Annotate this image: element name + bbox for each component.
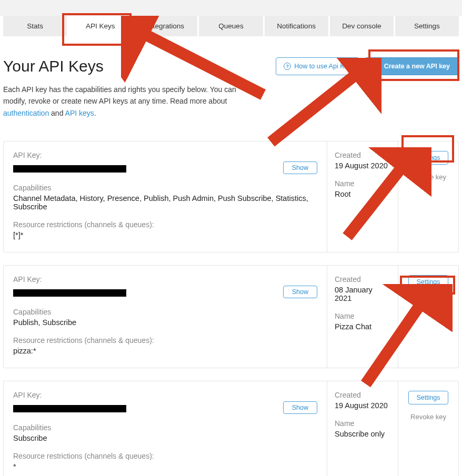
created-value: 19 August 2020 xyxy=(335,401,390,410)
capabilities-value: Subscribe xyxy=(13,434,317,442)
page-title: Your API Keys xyxy=(3,57,104,75)
api-key-value-redacted xyxy=(13,405,126,412)
key-settings-button[interactable]: Settings xyxy=(408,275,448,289)
created-label: Created xyxy=(335,391,390,399)
api-key-card: API Key: Show Capabilities Channel Metad… xyxy=(3,141,459,252)
show-key-button[interactable]: Show xyxy=(283,286,317,298)
restrictions-value: pizza:* xyxy=(13,347,317,355)
tab-api-keys[interactable]: API Keys xyxy=(68,16,132,36)
capabilities-label: Capabilities xyxy=(13,423,317,432)
create-api-key-label: Create a new API key xyxy=(384,63,450,70)
name-value: Subscribe only xyxy=(335,430,390,438)
api-key-card: API Key: Show Capabilities Publish, Subs… xyxy=(3,265,459,368)
tab-integrations[interactable]: Integrations xyxy=(134,16,197,36)
name-value: Pizza Chat xyxy=(335,322,390,331)
api-key-value-redacted xyxy=(13,289,126,297)
key-settings-button[interactable]: Settings xyxy=(408,151,448,165)
name-label: Name xyxy=(335,419,390,428)
how-to-use-label: How to use Api Key xyxy=(294,63,351,70)
tab-notifications[interactable]: Notifications xyxy=(265,16,328,36)
tab-queues[interactable]: Queues xyxy=(199,16,263,36)
capabilities-value: Publish, Subscribe xyxy=(13,318,317,327)
created-label: Created xyxy=(335,275,390,283)
auth-link[interactable]: authentication xyxy=(3,109,49,117)
restrictions-value: [*]* xyxy=(13,231,317,239)
api-key-card: API Key: Show Capabilities Subscribe Res… xyxy=(3,381,459,476)
help-icon: ? xyxy=(284,63,291,70)
how-to-use-button[interactable]: ? How to use Api Key xyxy=(276,57,359,75)
restrictions-label: Resource restrictions (channels & queues… xyxy=(13,452,317,460)
show-key-button[interactable]: Show xyxy=(283,161,317,174)
capabilities-label: Capabilities xyxy=(13,308,317,316)
restrictions-value: * xyxy=(13,462,317,471)
tab-settings[interactable]: Settings xyxy=(395,16,459,36)
name-label: Name xyxy=(335,179,390,188)
name-value: Root xyxy=(335,190,390,198)
tab-stats[interactable]: Stats xyxy=(3,16,67,36)
api-key-label: API Key: xyxy=(13,391,317,399)
revoke-key-button[interactable]: Revoke key xyxy=(410,297,446,305)
key-settings-button[interactable]: Settings xyxy=(408,391,448,404)
tabs-row: Stats API Keys Integrations Queues Notif… xyxy=(0,16,462,36)
capabilities-value: Channel Metadata, History, Presence, Pub… xyxy=(13,194,317,211)
restrictions-label: Resource restrictions (channels & queues… xyxy=(13,220,317,229)
api-key-value-redacted xyxy=(13,165,126,173)
intro-text: Each API key has the capabilities and ri… xyxy=(3,84,261,119)
api-keys-link[interactable]: API keys xyxy=(65,109,94,117)
restrictions-label: Resource restrictions (channels & queues… xyxy=(13,336,317,345)
revoke-key-button[interactable]: Revoke key xyxy=(410,173,446,181)
api-key-label: API Key: xyxy=(13,275,317,283)
api-key-label: API Key: xyxy=(13,151,317,159)
tab-dev-console[interactable]: Dev console xyxy=(330,16,394,36)
created-label: Created xyxy=(335,151,390,159)
name-label: Name xyxy=(335,312,390,320)
capabilities-label: Capabilities xyxy=(13,184,317,192)
show-key-button[interactable]: Show xyxy=(283,401,317,414)
create-api-key-button[interactable]: Create a new API key xyxy=(365,57,459,75)
revoke-key-button[interactable]: Revoke key xyxy=(410,413,446,421)
created-value: 19 August 2020 xyxy=(335,161,390,170)
plus-icon xyxy=(374,63,381,70)
created-value: 08 January 2021 xyxy=(335,286,390,302)
